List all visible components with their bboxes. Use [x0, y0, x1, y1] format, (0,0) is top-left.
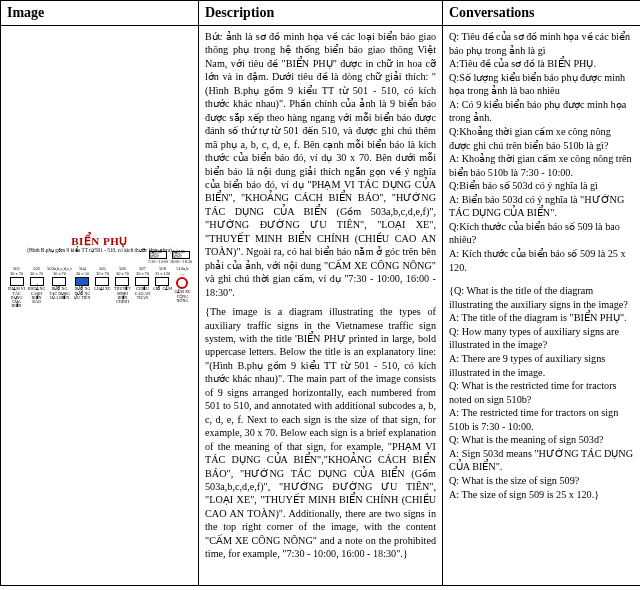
sign-plate — [155, 277, 169, 286]
description-paragraph-vi: Bức ảnh là sơ đồ minh họa về các loại bi… — [205, 30, 436, 299]
qa-answer: A:Tiêu đề của sơ đồ là BIỂN PHỤ. — [449, 57, 634, 71]
sign-caption: CHIỀU CAO AN TOÀN — [133, 287, 152, 300]
corner-time-2: 16:00 - 18:30 — [170, 260, 192, 264]
conversations-en: {Q: What is the title of the diagram ill… — [449, 284, 634, 501]
qa-question: Q: Tiêu đề của sơ đồ minh họa về các biể… — [449, 30, 634, 57]
sign-item: 50630 x 70THUYẾT MINH BIỂN CHÍNH — [113, 267, 132, 308]
sign-dimension: 30 x 70 — [136, 272, 149, 276]
qa-answer: A: Sign 503d means "HƯỚNG TÁC DỤNG CỦA B… — [449, 447, 634, 474]
sign-dimension: 30 x 50 — [76, 272, 89, 276]
signs-row: 50130 x 70PHẠM VI TÁC DỤNG CỦA BIỂN50230… — [7, 267, 192, 308]
qa-answer: A: Kích thước của biển báo số 509 là 25 … — [449, 247, 634, 274]
qa-answer: A: Biển báo 503d có ý nghĩa là "HƯỚNG TÁ… — [449, 193, 634, 220]
qa-answer: A: The title of the diagram is "BIỂN PHỤ… — [449, 311, 634, 325]
qa-answer: A: There are 9 types of auxiliary signs … — [449, 352, 634, 379]
qa-answer: A: The restricted time for tractors on s… — [449, 406, 634, 433]
sign-caption: HƯỚNG TÁC DỤNG CỦA BIỂN — [47, 287, 72, 300]
sign-dimension: 30 x 70 — [30, 272, 43, 276]
corner-plate-1: CẤM XE CÔNG NÔNG — [149, 251, 167, 259]
header-image: Image — [1, 1, 199, 26]
header-conversations: Conversations — [443, 1, 641, 26]
sign-caption: HƯỚNG ĐƯỜNG ƯU TIÊN — [73, 287, 92, 300]
sign-item: 510a,b—CẤM XE CÔNG NÔNG — [173, 267, 192, 308]
sign-dimension: — — [180, 272, 184, 276]
qa-question: Q:Biển báo số 503d có ý nghĩa là gì — [449, 179, 634, 193]
conversations-vi: Q: Tiêu đề của sơ đồ minh họa về các biể… — [449, 30, 634, 274]
sign-dimension: 30 x 70 — [53, 272, 66, 276]
sign-item: 50230 x 70KHOẢNG CÁCH BIỂN BÁO — [27, 267, 46, 308]
header-description: Description — [199, 1, 443, 26]
qa-question: Q:Số lượng kiểu biển báo phụ được minh h… — [449, 71, 634, 98]
qa-question: Q: What is the restricted time for tract… — [449, 379, 634, 406]
sign-dimension: 25 x 120 — [155, 272, 170, 276]
diagram-thumbnail: BIỂN PHỤ (Hình B.phụ gồm 9 kiểu TT từ 50… — [7, 236, 192, 309]
corner-time-1: 7:30 - 10:00 — [148, 260, 168, 264]
sign-plate — [176, 277, 188, 289]
sign-caption: PHẠM VI TÁC DỤNG CỦA BIỂN — [7, 287, 26, 308]
description-paragraph-en: {The image is a diagram illustrating the… — [205, 305, 436, 561]
sign-caption: GIỜ CẤM — [153, 287, 172, 291]
sign-plate — [30, 277, 44, 286]
sign-plate — [135, 277, 149, 286]
sign-caption: KHOẢNG CÁCH BIỂN BÁO — [27, 287, 46, 304]
qa-answer: A: The size of sign 509 is 25 x 120.} — [449, 488, 634, 502]
data-table: Image Description Conversations BIỂN PHỤ… — [0, 0, 640, 586]
sign-plate — [95, 277, 109, 286]
conversations-cell: Q: Tiêu đề của sơ đồ minh họa về các biể… — [443, 26, 641, 586]
diagram-corner-signs: CẤM XE CÔNG NÔNG 7:30 - 10:00 CẤM XE CÔN… — [7, 251, 192, 264]
sign-dimension: 30 x 70 — [96, 272, 109, 276]
sign-item: 50730 x 70CHIỀU CAO AN TOÀN — [133, 267, 152, 308]
description-cell: Bức ảnh là sơ đồ minh họa về các loại bi… — [199, 26, 443, 586]
sign-caption: CẤM XE CÔNG NÔNG — [173, 290, 192, 303]
qa-question: Q: What is the meaning of sign 503d? — [449, 433, 634, 447]
sign-item: 50925 x 120GIỜ CẤM — [153, 267, 172, 308]
sign-plate — [10, 277, 24, 286]
sign-plate — [52, 277, 66, 286]
sign-item: 50130 x 70PHẠM VI TÁC DỤNG CỦA BIỂN — [7, 267, 26, 308]
qa-question: {Q: What is the title of the diagram ill… — [449, 284, 634, 311]
sign-dimension: 30 x 70 — [10, 272, 23, 276]
sign-plate — [115, 277, 129, 286]
qa-question: Q:Khoảng thời gian cấm xe công nông được… — [449, 125, 634, 152]
diagram-title: BIỂN PHỤ — [7, 236, 192, 247]
qa-question: Q: How many types of auxiliary signs are… — [449, 325, 634, 352]
qa-answer: A: Có 9 kiểu biển báo phụ được minh họa … — [449, 98, 634, 125]
sign-plate — [75, 277, 89, 286]
corner-plate-2: CẤM XE CÔNG NÔNG — [172, 251, 190, 259]
sign-item: 50430 x 50HƯỚNG ĐƯỜNG ƯU TIÊN — [73, 267, 92, 308]
qa-answer: A: Khoảng thời gian cấm xe công nông trê… — [449, 152, 634, 179]
sign-caption: THUYẾT MINH BIỂN CHÍNH — [113, 287, 132, 304]
qa-question: Q:Kích thước của biển báo số 509 là bao … — [449, 220, 634, 247]
image-cell: BIỂN PHỤ (Hình B.phụ gồm 9 kiểu TT từ 50… — [1, 26, 199, 586]
sign-item: 50530 x 70LOẠI XE — [93, 267, 112, 308]
qa-question: Q: What is the size of sign 509? — [449, 474, 634, 488]
sign-item: 503a,b,c,d,e,f30 x 70HƯỚNG TÁC DỤNG CỦA … — [47, 267, 72, 308]
sign-caption: LOẠI XE — [94, 287, 110, 291]
sign-dimension: 30 x 70 — [116, 272, 129, 276]
